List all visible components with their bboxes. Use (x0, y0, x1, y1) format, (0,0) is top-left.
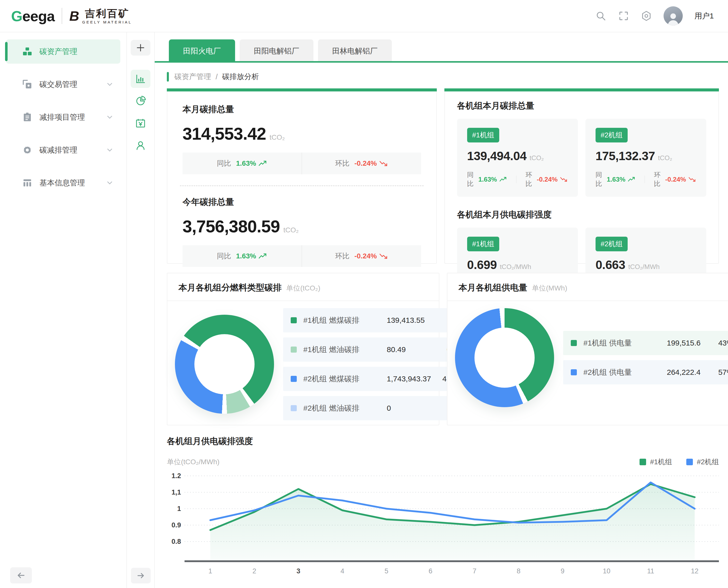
month-emissions-unit: tCO₂ (269, 133, 285, 142)
year-emissions-unit: tCO₂ (283, 226, 299, 234)
mom-label: 环比 (654, 170, 661, 188)
month-emissions-title: 本月碳排总量 (182, 104, 421, 115)
year-emissions-title: 今年碳排总量 (182, 196, 421, 208)
unit-value: 175,132.37 (595, 149, 655, 163)
line-chart-unit-label: 单位(tCO₂/MWh) (167, 457, 219, 467)
unit-unit: tCO₂ (658, 154, 672, 162)
trend-up-icon (259, 253, 267, 259)
sidebar-collapse-button[interactable] (10, 567, 32, 584)
sidebar-item-reduction-projects[interactable]: 减排项目管理 (6, 105, 120, 129)
legend-label: #2机组 燃油碳排 (303, 403, 387, 414)
sidebar-item-label: 基本信息管理 (39, 178, 106, 188)
reduction-projects-icon (22, 112, 32, 122)
tab-tianyang-thermal[interactable]: 田阳火电厂 (169, 39, 235, 63)
sidebar-item-carbon-trading[interactable]: 碳交易管理 (6, 72, 120, 97)
arrow-right-icon (137, 571, 145, 580)
fullscreen-icon[interactable] (618, 10, 629, 21)
sidebar-item-basic-info[interactable]: 基本信息管理 (6, 171, 120, 195)
trend-down-icon (689, 176, 696, 182)
unit-unit: tCO₂/MWh (628, 263, 660, 271)
add-dashboard-button[interactable] (131, 40, 150, 56)
app-root: Geega B 吉利百矿 GEELY MATERIAL (0, 0, 728, 588)
sidebar-item-label: 碳资产管理 (39, 46, 113, 57)
unit-value: 139,494.04 (467, 149, 527, 163)
settings-icon[interactable] (641, 10, 652, 21)
geega-logo-g: G (11, 8, 22, 24)
legend-label[interactable]: #2机组 (697, 457, 719, 467)
chevron-down-icon (106, 81, 113, 88)
tab-tianlin-aluminum[interactable]: 田林电解铝厂 (318, 39, 392, 63)
geely-material-logo: B 吉利百矿 GEELY MATERIAL (69, 8, 132, 24)
geely-material-name: 吉利百矿 (85, 8, 129, 19)
rail-user-button[interactable] (131, 136, 150, 154)
search-icon[interactable] (595, 10, 606, 21)
chevron-down-icon (106, 114, 113, 121)
user-icon (135, 140, 146, 151)
power-donut-title: 本月各机组供电量 (459, 282, 527, 294)
breadcrumb-separator: / (216, 73, 218, 81)
legend-row: #1机组 供电量 199,515.6 43% (563, 331, 728, 355)
trend-down-icon (560, 176, 568, 182)
breadcrumb: 碳资产管理 / 碳排放分析 (167, 72, 728, 82)
unit-badge: #1机组 (467, 128, 499, 143)
card-total-emissions: 本月碳排总量 314,553.42 tCO₂ 同比 1.63% (167, 88, 437, 264)
trend-up-icon (259, 161, 267, 166)
tab-tianyang-aluminum[interactable]: 田阳电解铝厂 (240, 39, 314, 63)
legend-marker (571, 369, 577, 375)
sidebar-item-label: 减排项目管理 (39, 112, 106, 123)
rail-expand-button[interactable] (131, 568, 151, 584)
legend-marker (291, 346, 297, 353)
yoy-label: 同比 (595, 170, 602, 188)
sidebar-item-carbon-assets[interactable]: 碳资产管理 (6, 39, 120, 64)
user-name[interactable]: 用户1 (694, 11, 714, 21)
legend-value: 139,413.55 (387, 316, 431, 324)
chart-rail (127, 32, 155, 588)
legend-value: 199,515.6 (667, 339, 701, 347)
legend-value: 1,743,943.37 (387, 375, 431, 383)
yoy-value: 1.63% (607, 175, 625, 183)
mom-value: -0.24% (355, 252, 377, 260)
mom-label: 环比 (335, 251, 349, 261)
legend-row: #2机组 燃油碳排 0 0% (283, 396, 471, 420)
pie-chart-icon (135, 96, 146, 107)
legend-percent: 57% (701, 368, 728, 377)
sidebar-item-label: 碳减排管理 (39, 145, 106, 155)
avatar[interactable] (664, 6, 683, 25)
legend-label: #1机组 供电量 (583, 338, 667, 348)
card-unit-stats: 各机组本月碳排总量 #1机组 139,494.04tCO₂ 同比 1.63% 环… (444, 88, 719, 264)
x-axis-tick: 2 (252, 567, 256, 575)
plus-icon (136, 43, 145, 52)
x-axis-tick: 12 (691, 567, 699, 575)
rail-pie-chart-button[interactable] (131, 92, 150, 110)
legend-label[interactable]: #1机组 (650, 457, 672, 467)
rail-bar-chart-button[interactable] (131, 70, 150, 88)
mom-value: -0.24% (537, 175, 558, 183)
unit-badge: #1机组 (467, 237, 499, 251)
legend-marker (686, 459, 693, 465)
brand-divider (62, 8, 62, 24)
sidebar-item-label: 碳交易管理 (39, 79, 106, 90)
legend-label: #2机组 燃煤碳排 (303, 374, 387, 384)
legend-row: #2机组 燃煤碳排 1,743,943.37 43.2% (283, 367, 471, 391)
sidebar: 碳资产管理 碳交易管理 减排项目管理 (0, 32, 127, 588)
x-axis-tick: 8 (517, 567, 521, 575)
sidebar-item-carbon-reduction[interactable]: 碳减排管理 (6, 138, 120, 162)
bar-chart-icon (135, 73, 146, 84)
intensity-line-chart: 1.21,110.90.8123456789101112 (167, 469, 719, 578)
year-emissions-value: 3,756,380.59 (182, 216, 280, 236)
legend-label: #1机组 燃煤碳排 (303, 315, 387, 326)
rail-carbon-price-button[interactable] (131, 114, 150, 132)
x-axis-tick: 4 (341, 567, 344, 575)
legend-row: #1机组 燃油碳排 80.49 0.8% (283, 337, 471, 362)
trend-down-icon (379, 161, 388, 166)
legend-value: 80.49 (387, 345, 431, 354)
legend-marker (640, 459, 646, 465)
breadcrumb-parent[interactable]: 碳资产管理 (175, 72, 211, 82)
legend-marker (571, 340, 577, 346)
geega-logo: Geega (11, 7, 55, 24)
month-emissions-value: 314,553.42 (182, 124, 266, 144)
legend-row: #2机组 供电量 264,222.4 57% (563, 360, 728, 384)
legend-marker (291, 405, 297, 411)
chevron-down-icon (106, 147, 113, 153)
legend-percent: 43% (701, 339, 728, 347)
